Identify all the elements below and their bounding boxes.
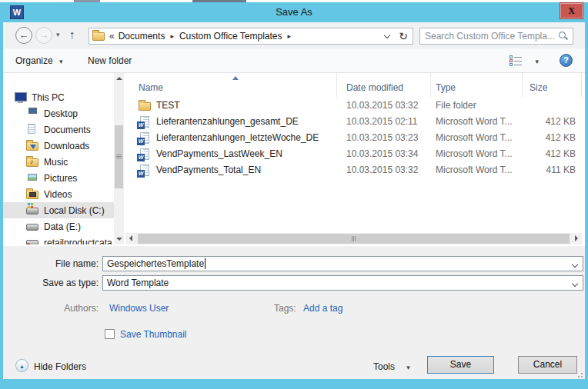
save-button[interactable]: Save [427, 356, 494, 374]
sidebar-item-downloads[interactable]: Downloads [3, 138, 114, 154]
table-row[interactable]: WLieferantenzahlungen_letzteWoche_DE 10.… [125, 130, 582, 146]
sidebar-item-label: Local Disk (C:) [44, 205, 105, 216]
file-name-input[interactable]: GespeichertesTemplate [102, 256, 583, 271]
file-size: 412 KB [523, 114, 582, 130]
breadcrumb-collapse-icon[interactable]: « [109, 31, 115, 42]
column-header-type[interactable]: Type [431, 73, 523, 98]
sidebar-item-desktop[interactable]: Desktop [3, 105, 114, 121]
file-date: 10.03.2015 03:32 [337, 98, 431, 114]
sidebar-item-documents[interactable]: Documents [3, 121, 114, 138]
sidebar-item-videos[interactable]: Videos [3, 186, 114, 202]
dialog-footer: ▴ Hide Folders Tools ▾ Save Cancel [3, 354, 585, 379]
table-row[interactable]: WVendPayments_LastWeek_EN 10.03.2015 03:… [125, 146, 582, 162]
sidebar-item-label: This PC [32, 92, 65, 103]
folder-icon [92, 30, 105, 42]
file-rows: TEST 10.03.2015 03:32 File folder WLiefe… [125, 98, 582, 178]
sidebar-item-label: retailproductcata [44, 238, 112, 245]
breadcrumb-separator-icon[interactable]: ▸ [170, 32, 174, 40]
search-icon[interactable] [558, 31, 569, 42]
back-button[interactable]: ← [15, 27, 32, 44]
file-type: Microsoft Word T... [431, 114, 523, 130]
computer-icon [14, 91, 27, 104]
file-size: 412 KB [523, 130, 582, 146]
authors-value-link[interactable]: Windows User [109, 303, 169, 314]
tools-dropdown[interactable]: Tools ▾ [373, 361, 410, 372]
table-row[interactable]: WLieferantenzahlungen_gesamt_DE 10.03.20… [125, 114, 582, 130]
up-button[interactable]: ↑ [69, 28, 75, 41]
add-a-tag-link[interactable]: Add a tag [303, 303, 342, 314]
sidebar-item-label: Videos [44, 189, 72, 200]
table-row[interactable]: TEST 10.03.2015 03:32 File folder [125, 98, 582, 114]
documents-icon [26, 124, 39, 136]
cancel-button[interactable]: Cancel [518, 356, 577, 374]
file-name: Lieferantenzahlungen_letzteWoche_DE [156, 130, 319, 146]
refresh-icon[interactable]: ↻ [399, 30, 408, 42]
scroll-up-button[interactable] [114, 73, 124, 85]
save-as-type-select[interactable]: Word Template [102, 275, 583, 291]
table-row[interactable]: WVendPayments_Total_EN 10.03.2015 03:32 … [125, 162, 582, 178]
titlebar[interactable]: W Save As X [0, 2, 588, 22]
hide-folders-label[interactable]: Hide Folders [34, 361, 86, 372]
address-dropdown-icon[interactable] [384, 32, 390, 38]
view-dropdown-icon[interactable]: ▾ [535, 58, 539, 65]
sidebar-item-label: Music [44, 157, 68, 168]
file-type: File folder [431, 98, 523, 114]
new-folder-button[interactable]: New folder [88, 55, 132, 66]
breadcrumb-item-custom-office-templates[interactable]: Custom Office Templates [179, 31, 282, 42]
network-drive-icon [26, 237, 39, 245]
word-document-icon: W [139, 132, 152, 145]
scroll-right-button[interactable] [570, 233, 582, 244]
scroll-down-button[interactable] [114, 233, 124, 244]
tree-scrollbar[interactable] [114, 73, 124, 244]
pictures-icon [26, 172, 39, 185]
dialog-border-bottom [0, 379, 588, 389]
videos-icon [26, 188, 39, 201]
sidebar-item-music[interactable]: ♪ Music [3, 154, 114, 170]
chevron-down-icon[interactable] [572, 281, 578, 287]
chevron-down-icon: ▾ [59, 58, 63, 65]
word-document-icon: W [139, 116, 152, 128]
file-name: VendPayments_LastWeek_EN [156, 146, 282, 162]
help-button[interactable]: ? [560, 54, 573, 67]
file-type: Microsoft Word T... [431, 130, 523, 146]
scroll-left-button[interactable] [125, 233, 137, 244]
explorer-body: This PC Desktop Documents Downloads ♪ Mu… [3, 73, 585, 246]
text-cursor [205, 258, 205, 269]
list-horizontal-scrollbar[interactable] [125, 233, 582, 244]
sidebar-item-retailproductcata[interactable]: retailproductcata [3, 234, 114, 244]
save-thumbnail-checkbox[interactable] [105, 329, 115, 339]
sidebar-item-data-e[interactable]: Data (E:) [3, 218, 114, 234]
breadcrumb-item-documents[interactable]: Documents [119, 31, 165, 42]
desktop-icon [26, 108, 39, 120]
forward-button[interactable]: → [35, 27, 52, 44]
scrollbar-thumb[interactable] [115, 125, 123, 188]
column-header-size[interactable]: Size [523, 73, 582, 98]
save-as-type-value: Word Template [107, 278, 169, 288]
sidebar-item-pictures[interactable]: Pictures [3, 170, 114, 186]
file-size: 411 KB [523, 162, 582, 178]
change-view-button[interactable] [509, 55, 522, 66]
recent-locations-dropdown[interactable]: ▾ [56, 31, 60, 38]
save-as-dialog: W Save As X ← → ▾ ↑ « Documents ▸ Custom… [0, 0, 588, 389]
organize-button[interactable]: Organize ▾ [15, 55, 63, 66]
close-button[interactable]: X [560, 2, 583, 19]
hide-folders-button[interactable]: ▴ [15, 359, 28, 372]
organize-label: Organize [15, 55, 53, 66]
chevron-down-icon[interactable] [572, 261, 578, 268]
search-box[interactable] [419, 28, 573, 45]
column-header-name[interactable]: Name [125, 73, 337, 98]
save-thumbnail-label[interactable]: Save Thumbnail [120, 329, 187, 340]
search-input[interactable] [420, 31, 558, 42]
chevron-down-icon: ▾ [406, 364, 410, 371]
breadcrumb-separator-icon[interactable]: ▸ [288, 32, 292, 40]
address-bar[interactable]: « Documents ▸ Custom Office Templates ▸ … [89, 28, 413, 45]
folder-icon [139, 100, 152, 112]
scrollbar-thumb[interactable] [138, 234, 570, 244]
file-date: 10.03.2015 02:11 [337, 114, 431, 130]
window-title: Save As [0, 2, 588, 22]
column-header-date-modified[interactable]: Date modified [337, 73, 431, 98]
navigation-pane: This PC Desktop Documents Downloads ♪ Mu… [3, 73, 114, 244]
sidebar-item-this-pc[interactable]: This PC [3, 89, 114, 105]
sidebar-item-local-disk-c[interactable]: Local Disk (C:) [3, 202, 114, 218]
resize-grip[interactable] [576, 371, 583, 377]
